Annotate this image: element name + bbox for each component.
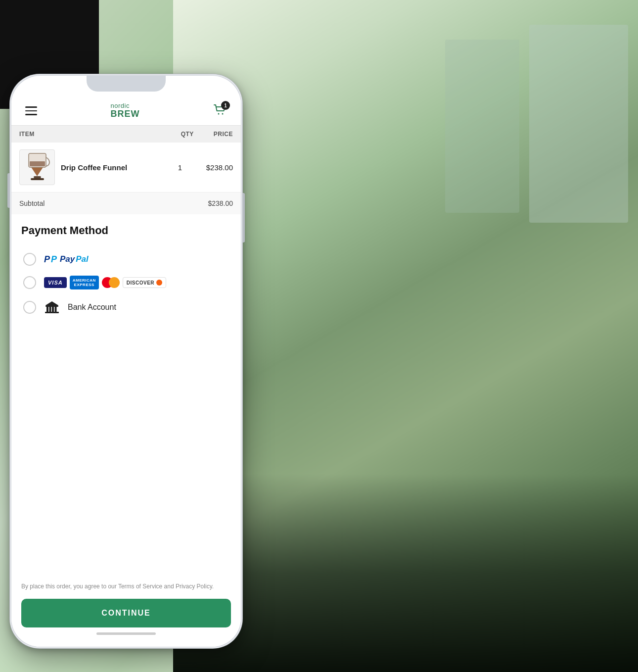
svg-rect-10 [52, 307, 54, 312]
phone-screen: nordic BREW 1 ITEM [11, 76, 241, 647]
product-image [19, 149, 55, 185]
person-photo [173, 0, 638, 672]
svg-rect-5 [34, 176, 41, 178]
product-qty: 1 [168, 163, 192, 172]
brand-brew: BREW [111, 109, 140, 119]
phone-mockup: nordic BREW 1 ITEM [10, 74, 242, 648]
phone-footer: By place this order, you agree to our Te… [11, 576, 241, 647]
hamburger-button[interactable] [25, 106, 37, 115]
svg-point-1 [222, 113, 224, 115]
card-logos: VISA AMERICAN EXPRESS [44, 276, 166, 289]
home-indicator [96, 632, 156, 635]
continue-button[interactable]: CONTINUE [21, 599, 231, 627]
col-item-header: ITEM [19, 131, 35, 138]
svg-rect-6 [31, 178, 44, 180]
phone-notch [87, 76, 166, 92]
cart-count: 1 [221, 101, 230, 110]
bank-radio[interactable] [23, 301, 36, 314]
product-price: $238.00 [198, 163, 233, 172]
paypal-logo: PP PayPal [44, 254, 89, 265]
mastercard-logo [102, 277, 120, 288]
svg-point-0 [218, 113, 220, 115]
subtotal-label: Subtotal [19, 199, 45, 207]
svg-rect-11 [55, 307, 57, 312]
app-content: nordic BREW 1 ITEM [11, 94, 241, 647]
app-header: nordic BREW 1 [11, 94, 241, 125]
cards-radio[interactable] [23, 276, 36, 289]
paypal-radio[interactable] [23, 253, 36, 266]
svg-rect-8 [46, 307, 48, 312]
svg-rect-9 [49, 307, 51, 312]
bank-svg [45, 300, 59, 314]
svg-marker-13 [46, 301, 58, 305]
phone-frame: nordic BREW 1 ITEM [10, 74, 242, 648]
coffee-funnel-image [24, 152, 51, 182]
svg-rect-3 [30, 161, 45, 166]
brand-nordic: nordic [111, 102, 140, 109]
cards-option[interactable]: VISA AMERICAN EXPRESS [21, 271, 231, 294]
subtotal-value: $238.00 [208, 199, 233, 207]
bank-label: Bank Account [68, 303, 116, 312]
bank-option[interactable]: Bank Account [21, 294, 231, 320]
col-price-header: PRICE [214, 131, 233, 138]
table-header: ITEM QTY PRICE [11, 126, 241, 143]
table-row: Drip Coffee Funnel 1 $238.00 [11, 143, 241, 192]
product-name: Drip Coffee Funnel [61, 163, 162, 172]
payment-section: Payment Method PP PayPal [11, 214, 241, 576]
svg-rect-12 [45, 312, 59, 313]
col-qty-header: QTY [181, 131, 194, 138]
bank-icon [44, 299, 60, 315]
payment-title: Payment Method [21, 224, 231, 237]
cart-button[interactable]: 1 [213, 104, 227, 118]
brand-logo: nordic BREW [111, 102, 140, 119]
svg-rect-7 [46, 305, 58, 307]
subtotal-row: Subtotal $238.00 [11, 192, 241, 214]
amex-logo: AMERICAN EXPRESS [70, 276, 99, 289]
paypal-option[interactable]: PP PayPal [21, 248, 231, 271]
terms-text: By place this order, you agree to our Te… [21, 582, 231, 591]
discover-logo: DISCOVER [123, 277, 166, 288]
visa-logo: VISA [44, 277, 67, 288]
